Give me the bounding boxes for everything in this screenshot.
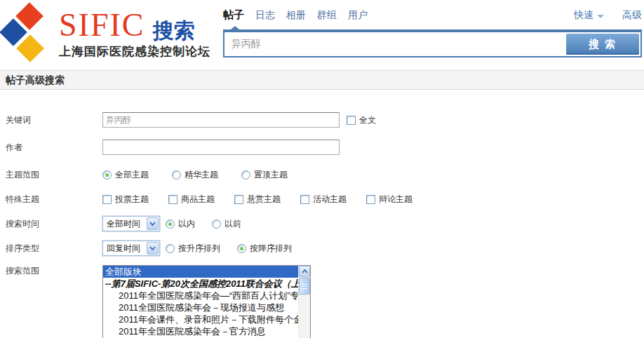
list-item[interactable]: 2011年会课件、录音和照片－下载附件每个金钱2分 [103, 313, 298, 325]
special-option-debate[interactable]: 辩论主题 [366, 194, 412, 205]
list-item[interactable]: 2011全国医院感染年会－现场报道与感想 [103, 302, 298, 313]
search-time-label: 搜索时间 [6, 218, 102, 230]
sort-select-arrow-icon[interactable] [147, 242, 159, 255]
keyword-row: 关键词 全文 [6, 112, 644, 128]
time-before-option[interactable]: 以前 [212, 218, 241, 230]
tab-groups[interactable]: 群组 [317, 9, 337, 22]
page-title: 帖子高级搜索 [0, 70, 644, 90]
scope-sticky-radio[interactable] [241, 170, 250, 180]
scope-sticky-label: 置顶主题 [254, 169, 288, 181]
sort-asc-option[interactable]: 按升序排列 [166, 243, 220, 255]
debate-label: 辩论主题 [379, 194, 412, 205]
time-within-option[interactable]: 以内 [166, 218, 195, 230]
special-option-poll[interactable]: 投票主题 [102, 194, 149, 205]
listbox-scrollbar[interactable] [298, 266, 310, 338]
scope-option-sticky[interactable]: 置顶主题 [241, 169, 288, 181]
debate-checkbox[interactable] [366, 195, 375, 204]
search-time-row: 搜索时间 全部时间 以内 以前 [6, 216, 644, 231]
goods-label: 商品主题 [181, 194, 215, 205]
time-within-label: 以内 [178, 218, 195, 230]
fulltext-label: 全文 [359, 114, 376, 126]
sort-desc-option[interactable]: 按降序排列 [237, 243, 292, 255]
time-before-label: 以前 [224, 218, 241, 230]
active-tab-bar [223, 29, 642, 32]
author-row: 作者 [6, 140, 644, 155]
keyword-input[interactable] [102, 112, 340, 128]
scope-all-radio[interactable] [102, 170, 112, 180]
keyword-label: 关键词 [6, 114, 102, 126]
search-mode-links: 快速 高级 [574, 9, 642, 22]
fulltext-option[interactable]: 全文 [347, 114, 376, 126]
search-tabs: 帖子 日志 相册 群组 用户 快速 高级 [223, 8, 642, 24]
sort-select-value: 回复时间 [107, 243, 140, 255]
special-option-activity[interactable]: 活动主题 [300, 194, 347, 205]
scope-option-digest[interactable]: 精华主题 [172, 169, 218, 181]
sort-desc-radio[interactable] [237, 244, 246, 253]
search-range-label: 搜索范围 [6, 265, 102, 277]
reward-checkbox[interactable] [234, 195, 243, 204]
scope-option-all[interactable]: 全部主题 [102, 169, 149, 181]
list-item[interactable]: 全部版块 [103, 266, 298, 278]
time-before-radio[interactable] [212, 219, 221, 229]
tab-posts[interactable]: 帖子 [223, 8, 244, 22]
time-select-arrow-icon[interactable] [147, 217, 159, 230]
author-input[interactable] [102, 140, 340, 155]
site-header: SIFIC 搜索 上海国际医院感染控制论坛 帖子 日志 相册 群组 用户 快速 … [0, 0, 644, 68]
active-tab-pointer-icon [231, 26, 239, 29]
sort-type-label: 排序类型 [6, 243, 102, 255]
forum-list: 全部版块 --第7届SIFIC-第20次全国感控2011联合会议（上海） 201… [103, 266, 298, 338]
activity-label: 活动主题 [313, 194, 347, 205]
scrollbar-thumb[interactable] [299, 278, 310, 295]
advanced-search-link[interactable]: 高级 [622, 9, 642, 22]
brand-name: SIFIC [59, 8, 145, 42]
search-box: 搜 索 [223, 32, 642, 58]
quick-search-label: 快速 [574, 9, 593, 20]
special-option-goods[interactable]: 商品主题 [168, 194, 215, 205]
sort-asc-label: 按升序排列 [178, 243, 220, 255]
special-topic-row: 特殊主题 投票主题 商品主题 悬赏主题 活动主题 辩论主题 [6, 191, 644, 207]
list-item[interactable]: 2011年全国医院感染年会－官方消息 [103, 325, 298, 337]
chevron-down-icon [597, 15, 604, 18]
scope-all-label: 全部主题 [115, 169, 149, 181]
reward-label: 悬赏主题 [247, 194, 281, 205]
topic-scope-row: 主题范围 全部主题 精华主题 置顶主题 [6, 167, 644, 182]
special-option-reward[interactable]: 悬赏主题 [234, 194, 281, 205]
topic-scope-label: 主题范围 [6, 169, 102, 181]
tab-albums[interactable]: 相册 [286, 9, 306, 22]
poll-checkbox[interactable] [102, 195, 112, 204]
sort-desc-label: 按降序排列 [250, 243, 292, 255]
scope-digest-radio[interactable] [172, 170, 181, 180]
activity-checkbox[interactable] [300, 195, 309, 204]
poll-label: 投票主题 [115, 194, 149, 205]
tab-users[interactable]: 用户 [348, 9, 368, 22]
search-area: 帖子 日志 相册 群组 用户 快速 高级 搜 索 [223, 8, 642, 58]
scroll-up-icon[interactable] [299, 266, 310, 277]
brand-search-word: 搜索 [153, 17, 195, 46]
forum-listbox[interactable]: 全部版块 --第7届SIFIC-第20次全国感控2011联合会议（上海） 201… [102, 265, 311, 338]
sort-asc-radio[interactable] [166, 244, 175, 253]
advanced-search-form: 关键词 全文 作者 主题范围 全部主题 精华主题 置顶主题 特殊主题 投票主题 [0, 90, 644, 338]
list-item[interactable]: --第7届SIFIC-第20次全国感控2011联合会议（上海） [103, 278, 298, 290]
brand-subtitle: 上海国际医院感染控制论坛 [59, 43, 210, 60]
special-topic-label: 特殊主题 [6, 194, 102, 205]
search-input[interactable] [226, 34, 564, 55]
goods-checkbox[interactable] [168, 195, 177, 204]
search-range-row: 搜索范围 全部版块 --第7届SIFIC-第20次全国感控2011联合会议（上海… [6, 265, 644, 338]
time-within-radio[interactable] [166, 219, 175, 229]
time-select[interactable]: 全部时间 [102, 216, 160, 231]
search-button[interactable]: 搜 索 [566, 34, 639, 55]
sort-select[interactable]: 回复时间 [102, 241, 160, 256]
scope-digest-label: 精华主题 [185, 169, 218, 181]
sort-type-row: 排序类型 回复时间 按升序排列 按降序排列 [6, 241, 644, 256]
quick-search-link[interactable]: 快速 [574, 9, 604, 22]
time-select-value: 全部时间 [107, 218, 140, 230]
tab-blogs[interactable]: 日志 [255, 9, 275, 22]
author-label: 作者 [6, 142, 102, 154]
list-item[interactable]: 2011年全国医院感染年会—“西部百人计划”专栏 [103, 290, 298, 302]
fulltext-checkbox[interactable] [347, 116, 356, 125]
site-logo[interactable]: SIFIC 搜索 上海国际医院感染控制论坛 [0, 0, 217, 68]
